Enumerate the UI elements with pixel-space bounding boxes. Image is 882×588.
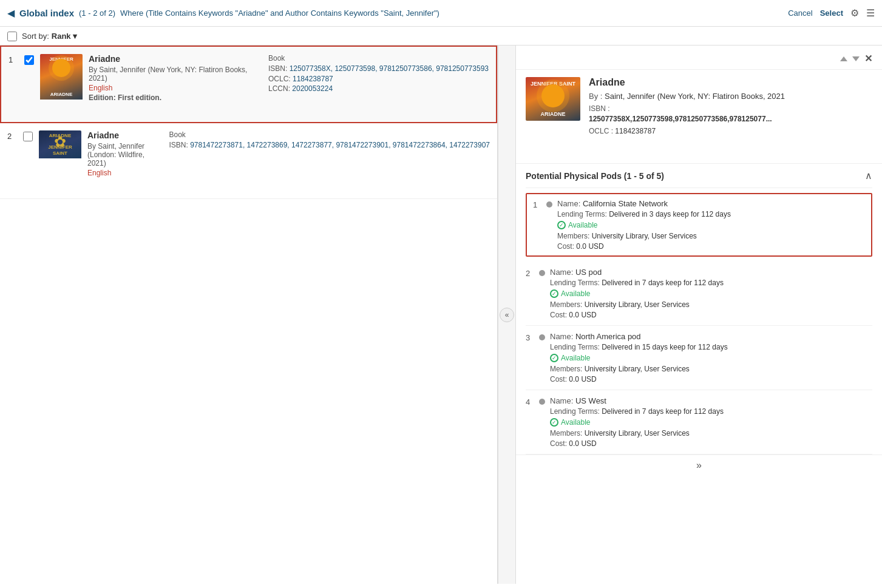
pod-available-3: ✓ Available [550, 354, 872, 362]
pod-item-3[interactable]: 3 Name: North America pod Lending Terms:… [526, 326, 872, 390]
pod-name-1: Name: California State Network [557, 199, 865, 208]
pod-members-4: Members: University Library, User Servic… [550, 429, 872, 438]
item-title-1: Ariadne [89, 54, 262, 64]
pod-members-2: Members: University Library, User Servic… [550, 300, 872, 309]
result-checkbox-2[interactable] [23, 132, 33, 141]
pod-number-3: 3 [526, 333, 534, 342]
item-details-1: Ariadne By Saint, Jennifer (New York, NY… [89, 54, 262, 102]
item-title-2: Ariadne [87, 130, 163, 140]
pod-dot-1 [546, 201, 552, 208]
pod-item-1[interactable]: 1 Name: California State Network Lending… [526, 193, 872, 257]
select-button[interactable]: Select [820, 8, 843, 18]
pod-details-3: Name: North America pod Lending Terms: D… [550, 332, 872, 384]
pod-lending-1: Lending Terms: Delivered in 3 days keep … [557, 210, 865, 218]
pod-cost-2: Cost: 0.0 USD [550, 311, 872, 319]
close-icon[interactable]: ✕ [864, 53, 872, 64]
menu-icon[interactable]: ☰ [866, 7, 875, 19]
pod-available-4: ✓ Available [550, 418, 872, 427]
pod-members-3: Members: University Library, User Servic… [550, 365, 872, 373]
available-icon-1: ✓ [557, 221, 566, 229]
bottom-expand-icon[interactable]: » [516, 455, 882, 476]
pods-title: Potential Physical Pods (1 - 5 of 5) [526, 171, 664, 181]
gear-icon[interactable]: ⚙ [850, 7, 859, 19]
pod-available-1: ✓ Available [557, 221, 865, 229]
pods-section: Potential Physical Pods (1 - 5 of 5) ∧ 1… [516, 164, 882, 455]
pod-name-3: Name: North America pod [550, 332, 872, 341]
available-icon-3: ✓ [550, 354, 558, 362]
scroll-down-icon[interactable] [852, 56, 860, 61]
right-panel-header: ✕ [516, 46, 882, 70]
pod-available-2: ✓ Available [550, 289, 872, 298]
scroll-up-icon[interactable] [840, 56, 847, 61]
toolbar: Sort by: Rank ▾ [0, 27, 882, 46]
pod-dot-2 [539, 270, 545, 276]
main-layout: 1 JENNIFER SAINTARIADNE Ariadne By Saint… [0, 46, 882, 584]
item-isbn-2: ISBN: 9781472273871, 1472273869, 1472273… [169, 141, 490, 149]
item-lang-1: English [89, 84, 262, 92]
item-number-2: 2 [7, 132, 17, 141]
item-lccn-1: LCCN: 2020053224 [268, 84, 489, 93]
header: ◀ Global index (1 - 2 of 2) Where (Title… [0, 0, 882, 27]
item-isbn-1: ISBN: 125077358X, 1250773598, 9781250773… [268, 64, 489, 73]
pod-item-2[interactable]: 2 Name: US pod Lending Terms: Delivered … [526, 262, 872, 326]
item-meta-2: Book ISBN: 9781472273871, 1472273869, 14… [169, 130, 490, 151]
header-right: Cancel Select ⚙ ☰ [788, 7, 875, 19]
pod-dot-4 [539, 399, 545, 405]
left-panel: 1 JENNIFER SAINTARIADNE Ariadne By Saint… [0, 46, 498, 584]
detail-info: Ariadne By : Saint, Jennifer (New York, … [589, 77, 872, 156]
header-left: ◀ Global index (1 - 2 of 2) Where (Title… [7, 7, 788, 19]
pods-chevron-icon[interactable]: ∧ [865, 170, 872, 181]
detail-isbn-label: ISBN : [589, 104, 872, 113]
pod-cost-4: Cost: 0.0 USD [550, 439, 872, 448]
detail-cover: JENNIFER SAINTARIADNE [526, 77, 580, 156]
cancel-button[interactable]: Cancel [788, 8, 812, 18]
sort-by-label: Sort by: [22, 32, 49, 41]
detail-isbn-value: 125077358X,1250773598,9781250773586,9781… [589, 115, 872, 123]
pod-lending-3: Lending Terms: Delivered in 15 days keep… [550, 343, 872, 351]
item-edition-1: Edition: First edition. [89, 93, 262, 102]
book-cover-1: JENNIFER SAINTARIADNE [40, 54, 83, 115]
collapse-button[interactable]: « [500, 308, 514, 322]
item-details-2: Ariadne By Saint, Jennifer (London: Wild… [87, 130, 163, 178]
checkbox-wrapper-2 [23, 130, 33, 141]
pod-details-1: Name: California State Network Lending T… [557, 199, 865, 251]
item-author-2: By Saint, Jennifer (London: Wildfire, 20… [87, 142, 163, 167]
pods-header: Potential Physical Pods (1 - 5 of 5) ∧ [526, 164, 872, 188]
pod-item-4[interactable]: 4 Name: US West Lending Terms: Delivered… [526, 390, 872, 455]
available-icon-4: ✓ [550, 418, 558, 427]
pod-lending-4: Lending Terms: Delivered in 7 days keep … [550, 407, 872, 416]
book-cover-2: ✿ ARIADNEJENNIFER SAINT [39, 130, 81, 191]
result-checkbox-1[interactable] [24, 55, 34, 65]
pod-details-4: Name: US West Lending Terms: Delivered i… [550, 396, 872, 448]
item-type-2: Book [169, 130, 490, 139]
item-oclc-1: OCLC: 1184238787 [268, 75, 489, 83]
item-author-1: By Saint, Jennifer (New York, NY: Flatir… [89, 66, 262, 83]
detail-title: Ariadne [589, 77, 872, 88]
page-title: Global index [19, 8, 74, 18]
pod-number-2: 2 [526, 269, 534, 278]
pod-number-1: 1 [533, 200, 541, 209]
query-text: Where (Title Contains Keywords "Ariadne"… [120, 8, 439, 18]
item-meta-1: Book ISBN: 125077358X, 1250773598, 97812… [268, 54, 489, 93]
item-lang-2: English [87, 169, 163, 177]
available-icon-2: ✓ [550, 289, 558, 298]
table-row[interactable]: 1 JENNIFER SAINTARIADNE Ariadne By Saint… [0, 46, 497, 123]
detail-book-section: JENNIFER SAINTARIADNE Ariadne By : Saint… [516, 70, 882, 164]
sort-value[interactable]: Rank ▾ [52, 32, 77, 41]
right-panel-controls: ✕ [840, 53, 872, 64]
checkbox-wrapper-1 [24, 54, 34, 65]
pod-name-2: Name: US pod [550, 268, 872, 277]
pod-number-4: 4 [526, 397, 534, 407]
detail-oclc: OCLC : 1184238787 [589, 127, 872, 135]
back-arrow-icon[interactable]: ◀ [7, 7, 15, 19]
pod-cost-3: Cost: 0.0 USD [550, 375, 872, 384]
table-row[interactable]: 2 ✿ ARIADNEJENNIFER SAINT Ariadne By Sai… [0, 123, 497, 199]
pod-name-4: Name: US West [550, 396, 872, 405]
pod-members-1: Members: University Library, User Servic… [557, 232, 865, 240]
pod-cost-1: Cost: 0.0 USD [557, 242, 865, 251]
item-number-1: 1 [8, 55, 18, 64]
detail-author: By : Saint, Jennifer (New York, NY: Flat… [589, 92, 872, 101]
select-all-checkbox[interactable] [7, 32, 17, 41]
sections-divider: « [498, 46, 516, 584]
item-type-1: Book [268, 54, 489, 63]
